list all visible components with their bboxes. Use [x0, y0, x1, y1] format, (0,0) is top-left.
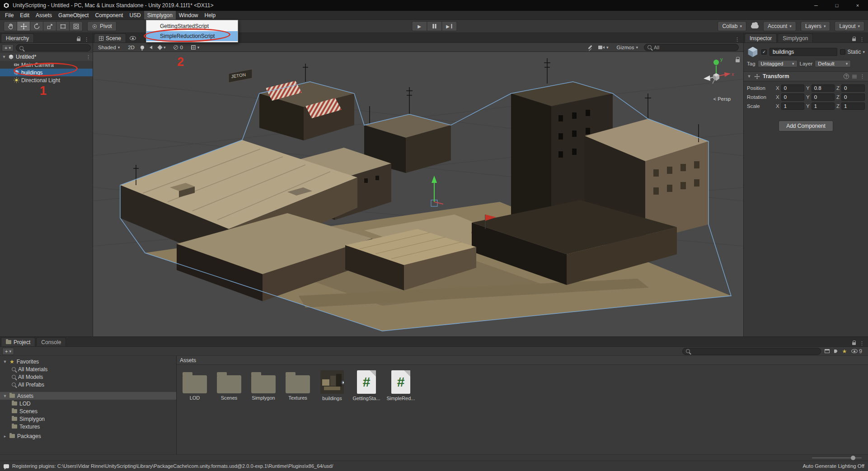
static-toggle[interactable]: Static ▾	[840, 49, 865, 55]
asset-item-lod[interactable]: LOD	[178, 369, 212, 401]
kebab-menu-icon[interactable]: ⋮	[859, 340, 864, 346]
step-button[interactable]: ▶	[441, 21, 457, 31]
static-checkbox[interactable]	[840, 49, 845, 55]
scene-viewport-3d-render[interactable]: JETON	[93, 52, 743, 336]
help-icon[interactable]: ?	[844, 74, 849, 79]
thumbnail-zoom-slider[interactable]	[812, 457, 862, 458]
foldout-open-icon[interactable]: ▼	[3, 394, 7, 398]
object-name-field[interactable]: buildings	[769, 48, 837, 56]
transform-tool-button[interactable]	[69, 21, 83, 31]
menu-usd[interactable]: USD	[126, 11, 144, 19]
hierarchy-scene-row[interactable]: ▼ Untitled* ⋮	[0, 53, 93, 61]
effects-dropdown[interactable]: ▾	[156, 44, 168, 51]
rotation-x-field[interactable]: 0	[781, 93, 804, 101]
asset-item-simplygon[interactable]: Simplygon	[246, 369, 281, 401]
search-by-label-icon[interactable]	[834, 350, 838, 353]
save-search-star-icon[interactable]: ★	[842, 348, 847, 354]
rotate-tool-button[interactable]	[30, 21, 43, 31]
menu-file[interactable]: File	[2, 11, 17, 19]
kebab-menu-icon[interactable]: ⋮	[860, 74, 865, 79]
asset-item-buildings-prefab[interactable]: ▶ buildings	[315, 369, 349, 401]
scale-tool-button[interactable]	[43, 21, 56, 31]
scale-z-field[interactable]: 1	[841, 103, 865, 110]
slider-thumb[interactable]	[851, 456, 855, 460]
tab-scene[interactable]: Scene	[94, 33, 126, 42]
tab-project[interactable]: Project	[1, 337, 35, 346]
menu-help[interactable]: Help	[202, 11, 219, 19]
hierarchy-add-button[interactable]: + ▾	[2, 44, 14, 51]
menu-simplygon[interactable]: Simplygon	[144, 11, 176, 19]
maximize-button[interactable]: □	[826, 0, 847, 11]
kebab-menu-icon[interactable]: ⋮	[86, 54, 91, 60]
scene-visibility-eye-icon[interactable]	[130, 36, 136, 40]
menu-item-gettingstartedscript[interactable]: GettingStartedScript	[146, 21, 238, 31]
scene-audio-toggle-icon[interactable]	[148, 46, 152, 49]
tree-all-materials[interactable]: All Materials	[0, 365, 176, 373]
tree-all-models[interactable]: All Models	[0, 373, 176, 381]
auto-generate-lighting-status[interactable]: Auto Generate Lighting Off	[802, 463, 864, 469]
menu-assets[interactable]: Assets	[33, 11, 55, 19]
rect-tool-button[interactable]	[56, 21, 70, 31]
hidden-packages-toggle[interactable]: 9	[851, 348, 862, 354]
layer-dropdown[interactable]: Default ▾	[815, 60, 851, 67]
cloud-icon[interactable]	[751, 24, 759, 28]
kebab-menu-icon[interactable]: ⋮	[735, 37, 740, 42]
scale-x-field[interactable]: 1	[781, 103, 804, 110]
lock-icon[interactable]	[852, 342, 856, 345]
tab-inspector[interactable]: Inspector	[745, 33, 777, 42]
console-message-icon[interactable]	[4, 464, 9, 468]
menu-gameobject[interactable]: GameObject	[55, 11, 92, 19]
tree-packages[interactable]: ▸ Packages	[0, 432, 176, 440]
hand-tool-button[interactable]	[4, 21, 17, 31]
lock-icon[interactable]	[77, 38, 80, 41]
pause-button[interactable]	[427, 21, 442, 31]
perspective-mode-label[interactable]: < Persp	[713, 96, 731, 102]
menu-component[interactable]: Component	[92, 11, 126, 19]
foldout-open-icon[interactable]: ▼	[2, 55, 6, 59]
hierarchy-item-buildings[interactable]: buildings	[0, 69, 93, 76]
scene-search-input[interactable]: All	[644, 44, 739, 51]
lock-icon[interactable]	[852, 38, 856, 41]
position-x-field[interactable]: 0	[781, 84, 804, 92]
layers-dropdown[interactable]: Layers ▾	[801, 21, 830, 31]
tab-simplygon[interactable]: Simplygon	[778, 33, 813, 42]
tab-console[interactable]: Console	[36, 337, 66, 346]
menu-window[interactable]: Window	[176, 11, 202, 19]
menu-edit[interactable]: Edit	[17, 11, 33, 19]
transform-component-header[interactable]: ▼ Transform ? ⋮	[744, 71, 868, 81]
project-search-input[interactable]	[682, 348, 821, 355]
kebab-menu-icon[interactable]: ⋮	[84, 37, 89, 42]
move-tool-button[interactable]	[17, 21, 30, 31]
minimize-button[interactable]: ─	[806, 0, 826, 11]
tree-folder-textures[interactable]: Textures	[0, 423, 176, 430]
tree-folder-lod[interactable]: LOD	[0, 400, 176, 407]
scene-orientation-gizmo[interactable]: y x	[698, 55, 734, 96]
foldout-open-icon[interactable]: ▼	[747, 74, 751, 79]
close-button[interactable]: ×	[847, 0, 868, 11]
scale-y-field[interactable]: 1	[812, 103, 835, 110]
tree-all-prefabs[interactable]: All Prefabs	[0, 381, 176, 388]
hidden-objects-toggle[interactable]: 0	[171, 44, 185, 51]
position-y-field[interactable]: 0.8	[812, 84, 835, 92]
account-dropdown[interactable]: Account ▾	[763, 21, 796, 31]
tool-settings-icon[interactable]	[588, 45, 592, 49]
asset-item-textures[interactable]: Textures	[281, 369, 315, 401]
hierarchy-search-input[interactable]	[16, 44, 91, 51]
hierarchy-item-directional-light[interactable]: Directional Light	[0, 76, 93, 84]
prefab-expand-icon[interactable]: ▶	[341, 379, 344, 386]
tree-favorites[interactable]: ▼ ★ Favorites	[0, 358, 176, 365]
rotation-y-field[interactable]: 0	[812, 93, 835, 101]
hierarchy-item-main-camera[interactable]: Main Camera	[0, 61, 93, 69]
search-by-type-icon[interactable]	[825, 349, 830, 353]
position-z-field[interactable]: 0	[841, 84, 865, 92]
tree-folder-scenes[interactable]: Scenes	[0, 407, 176, 415]
add-component-button[interactable]: Add Component	[779, 121, 833, 131]
gizmos-dropdown[interactable]: Gizmos ▾	[614, 44, 640, 51]
active-checkbox[interactable]: ✓	[761, 49, 767, 55]
play-button[interactable]: ▶	[412, 21, 427, 31]
collab-dropdown[interactable]: Collab ▾	[718, 21, 746, 31]
scene-camera-dropdown[interactable]: ▾	[596, 44, 611, 51]
2d-toggle[interactable]: 2D	[126, 44, 137, 51]
tree-folder-simplygon[interactable]: Simplygon	[0, 415, 176, 423]
rotation-z-field[interactable]: 0	[841, 93, 865, 101]
